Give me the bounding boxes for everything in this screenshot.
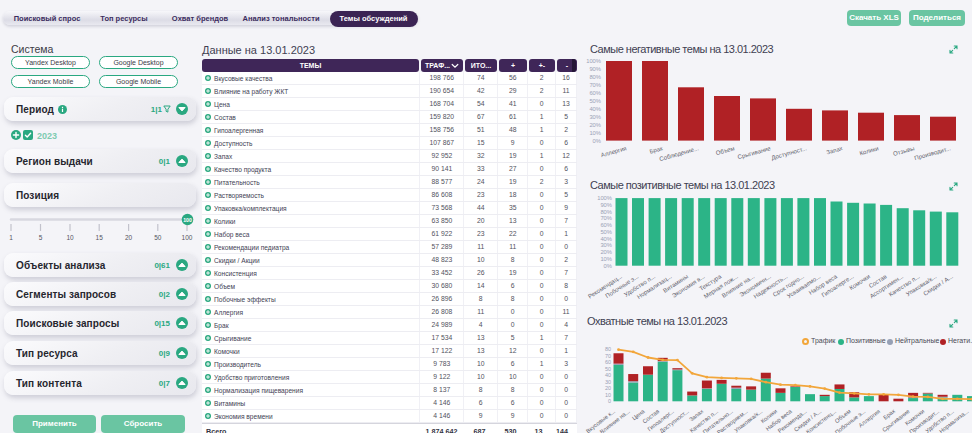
svg-text:80%: 80% [589,74,601,80]
svg-text:90%: 90% [589,66,601,72]
svg-text:20: 20 [605,385,611,391]
svg-text:100%: 100% [597,195,612,201]
svg-text:60%: 60% [600,222,612,228]
svg-text:10: 10 [605,392,611,398]
svg-text:50%: 50% [589,98,601,104]
svg-text:60%: 60% [589,90,601,96]
svg-text:60: 60 [605,359,611,365]
svg-text:80: 80 [605,346,611,352]
svg-text:30%: 30% [589,114,601,120]
svg-text:Срыгивание: Срыгивание [737,145,772,160]
svg-text:30%: 30% [600,242,612,248]
svg-text:0%: 0% [593,138,601,144]
svg-text:Доступност...: Доступност... [771,145,808,161]
svg-text:40%: 40% [600,236,612,242]
svg-text:20%: 20% [589,122,601,128]
svg-text:30: 30 [605,379,611,385]
svg-text:40%: 40% [589,106,601,112]
svg-text:Колики: Колики [859,145,879,156]
svg-text:40: 40 [605,372,611,378]
svg-text:0%: 0% [604,263,612,269]
svg-text:Брак: Брак [649,145,664,155]
svg-text:1: 1 [9,234,13,241]
svg-text:10%: 10% [589,130,601,136]
svg-text:50: 50 [154,234,162,241]
svg-text:70%: 70% [589,82,601,88]
svg-text:50: 50 [605,366,611,372]
svg-text:100%: 100% [586,58,601,64]
svg-text:Производит...: Производит... [914,145,952,161]
svg-text:80%: 80% [600,209,612,215]
svg-text:Соблюдение...: Соблюдение... [659,145,700,162]
svg-text:100: 100 [183,217,192,223]
svg-text:0: 0 [608,398,611,404]
svg-text:50%: 50% [600,229,612,235]
svg-text:15: 15 [96,234,104,241]
svg-text:70: 70 [605,353,611,359]
svg-text:5: 5 [39,234,43,241]
svg-text:20: 20 [125,234,133,241]
svg-text:90%: 90% [600,202,612,208]
svg-text:20%: 20% [600,249,612,255]
svg-text:Запах: Запах [826,145,844,155]
svg-text:Отзывы: Отзывы [892,145,915,157]
svg-text:Аллергия: Аллергия [600,145,627,158]
svg-text:10: 10 [66,234,74,241]
svg-text:100: 100 [182,234,193,241]
svg-text:10%: 10% [600,256,612,262]
svg-text:70%: 70% [600,215,612,221]
svg-text:Объем: Объем [715,145,735,156]
